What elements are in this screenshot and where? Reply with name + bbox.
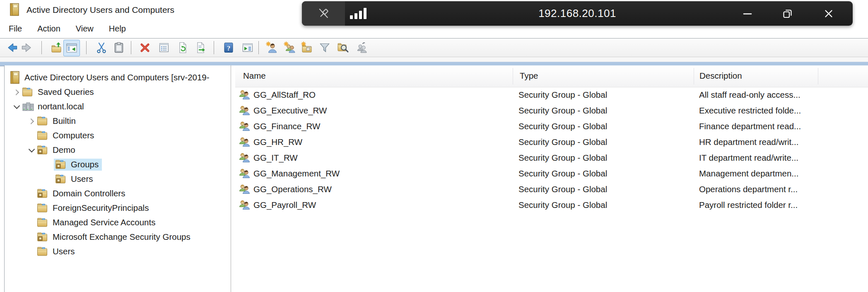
find-icon[interactable] xyxy=(337,41,349,54)
ou-folder-icon xyxy=(55,159,68,169)
tree-item-demo[interactable]: Demo xyxy=(5,143,230,157)
minimize-button[interactable] xyxy=(738,1,757,26)
list-header: Name Type Description xyxy=(235,65,868,87)
security-group-icon xyxy=(238,183,251,195)
svg-text:?: ? xyxy=(227,44,231,52)
console-tree-pane: Active Directory Users and Computers [sr… xyxy=(4,65,231,292)
session-address: 192.168.20.101 xyxy=(302,1,853,26)
minimize-icon xyxy=(743,9,752,19)
window-title: Active Directory Users and Computers xyxy=(27,0,174,19)
folder-icon xyxy=(37,203,50,213)
tree-item-root[interactable]: Active Directory Users and Computers [sr… xyxy=(5,70,230,85)
restore-button[interactable] xyxy=(778,1,797,26)
tree-item-demo-users[interactable]: Users xyxy=(5,172,230,186)
menu-file[interactable]: File xyxy=(9,24,22,34)
new-window-icon[interactable] xyxy=(241,41,254,54)
column-header-name[interactable]: Name xyxy=(243,65,266,86)
list-row[interactable]: GG_Management_RWSecurity Group - GlobalM… xyxy=(235,166,868,181)
menu-help[interactable]: Help xyxy=(109,24,126,34)
security-group-icon xyxy=(238,89,251,101)
refresh-icon[interactable] xyxy=(176,41,189,54)
column-header-description[interactable]: Description xyxy=(699,65,742,86)
security-group-icon xyxy=(238,152,251,164)
column-divider xyxy=(818,68,818,84)
list-row[interactable]: GG_Executive_RWSecurity Group - GlobalEx… xyxy=(235,103,868,118)
unpin-icon xyxy=(317,7,330,20)
folder-icon xyxy=(37,217,50,227)
toolbar-separator xyxy=(86,41,87,54)
list-row[interactable]: GG_HR_RWSecurity Group - GlobalHR depart… xyxy=(235,134,868,150)
column-divider xyxy=(694,68,694,84)
tree-item-domain[interactable]: nortant.local xyxy=(5,99,230,114)
up-one-level-icon[interactable] xyxy=(51,41,63,54)
help-icon[interactable]: ? xyxy=(222,41,235,54)
menu-action[interactable]: Action xyxy=(37,24,60,34)
toolbar-separator xyxy=(41,41,42,54)
aduc-window: Active Directory Users and Computers Fil… xyxy=(0,0,868,292)
connection-signal-icon xyxy=(350,8,366,19)
filter-icon[interactable] xyxy=(318,41,331,54)
list-row[interactable]: GG_Finance_RWSecurity Group - GlobalFina… xyxy=(235,118,868,134)
object-list-pane: Name Type Description GG_AllStaff_ROSecu… xyxy=(235,65,868,292)
show-console-tree-icon xyxy=(65,42,78,54)
column-header-type[interactable]: Type xyxy=(520,65,538,86)
security-group-icon xyxy=(238,167,251,180)
book-icon xyxy=(9,71,22,84)
list-row[interactable]: GG_AllStaff_ROSecurity Group - GlobalAll… xyxy=(235,87,868,103)
delete-icon[interactable] xyxy=(139,41,151,54)
security-group-icon xyxy=(238,136,251,148)
tree-item-saved-queries[interactable]: Saved Queries xyxy=(5,85,230,99)
toolbar-separator xyxy=(131,41,131,54)
tree-item-managed-service-accounts[interactable]: Managed Service Accounts xyxy=(5,215,230,230)
toolbar-gap xyxy=(0,57,868,62)
security-group-icon xyxy=(238,104,251,117)
menu-view[interactable]: View xyxy=(76,24,94,34)
list-row[interactable]: GG_Operations_RWSecurity Group - GlobalO… xyxy=(235,181,868,197)
accounts-icon[interactable] xyxy=(355,41,367,54)
ou-folder-icon xyxy=(37,232,50,242)
toolbar-separator xyxy=(258,41,259,54)
new-group-icon[interactable] xyxy=(283,41,296,54)
security-group-icon xyxy=(238,199,251,211)
tree-item-groups[interactable]: Groups xyxy=(5,157,230,172)
list-row[interactable]: GG_Payroll_RWSecurity Group - GlobalPayr… xyxy=(235,197,868,213)
list-row[interactable]: GG_IT_RWSecurity Group - GlobalIT depart… xyxy=(235,150,868,166)
close-icon xyxy=(824,9,834,19)
folder-icon xyxy=(37,246,50,256)
tree-item-domain-controllers[interactable]: Domain Controllers xyxy=(5,186,230,201)
unpin-toolbar-button[interactable] xyxy=(302,1,345,26)
remote-session-toolbar: 192.168.20.101 xyxy=(302,1,853,26)
tree-item-foreign-security-principals[interactable]: ForeignSecurityPrincipals xyxy=(5,201,230,215)
export-list-icon[interactable] xyxy=(195,41,207,54)
ou-folder-icon xyxy=(55,174,68,184)
domain-icon xyxy=(22,101,35,112)
column-divider xyxy=(513,68,513,84)
properties-icon[interactable] xyxy=(158,41,170,54)
folder-icon xyxy=(22,87,35,97)
close-button[interactable] xyxy=(819,1,838,26)
new-organizational-unit-icon[interactable] xyxy=(301,41,313,54)
forward-icon[interactable] xyxy=(20,41,33,54)
app-icon xyxy=(8,3,21,17)
show-console-tree-toggle[interactable] xyxy=(63,40,80,56)
restore-icon xyxy=(782,8,793,19)
tree-item-computers[interactable]: Computers xyxy=(5,128,230,143)
toolbar-separator xyxy=(214,41,214,54)
paste-icon[interactable] xyxy=(113,41,125,54)
folder-icon xyxy=(37,116,50,126)
new-user-icon[interactable] xyxy=(265,41,278,54)
ou-folder-icon xyxy=(37,188,50,198)
tree-item-users[interactable]: Users xyxy=(5,244,230,259)
folder-icon xyxy=(37,130,50,140)
cut-icon[interactable] xyxy=(95,41,108,54)
toolbar: ? xyxy=(0,39,868,57)
security-group-icon xyxy=(238,120,251,133)
back-icon[interactable] xyxy=(6,41,19,54)
tree-item-exchange-security-groups[interactable]: Microsoft Exchange Security Groups xyxy=(5,230,230,244)
ou-folder-icon xyxy=(37,145,50,155)
tree-item-builtin[interactable]: Builtin xyxy=(5,114,230,128)
